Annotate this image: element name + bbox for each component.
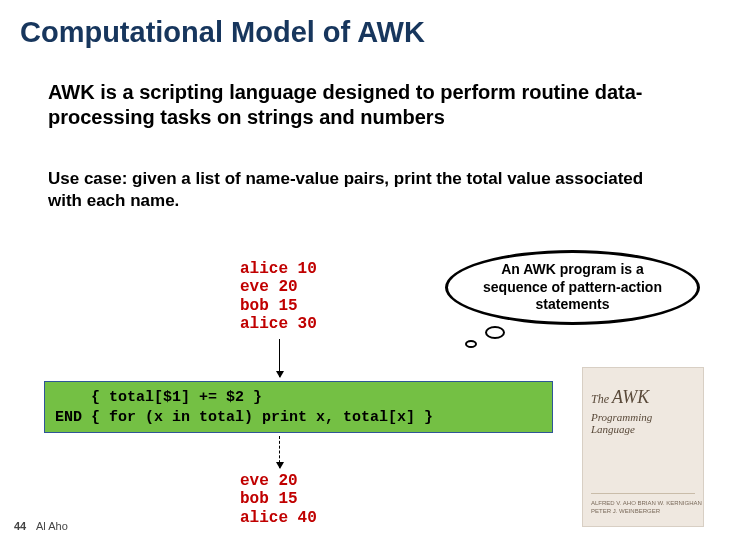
author-name: Al Aho <box>36 520 68 532</box>
slide: Computational Model of AWK AWK is a scri… <box>0 0 734 540</box>
callout-tail-icon <box>465 340 477 348</box>
arrow-down-icon <box>279 436 280 468</box>
page-number: 44 <box>14 520 26 532</box>
use-case-text: Use case: given a list of name-value pai… <box>48 168 674 212</box>
divider <box>591 493 695 494</box>
callout-tail-icon <box>485 326 505 339</box>
output-data-block: eve 20 bob 15 alice 40 <box>240 472 317 527</box>
book-authors-text: ALFRED V. AHO BRIAN W. KERNIGHAN PETER J… <box>591 500 703 516</box>
awk-code-block: { total[$1] += $2 } END { for (x in tota… <box>44 381 553 433</box>
description-text: AWK is a scripting language designed to … <box>48 80 696 130</box>
book-subtitle-text: Programming Language <box>591 411 695 435</box>
book-cover: The AWK Programming Language ALFRED V. A… <box>582 367 704 527</box>
book-title-text: The AWK <box>591 386 695 409</box>
arrow-down-icon <box>279 339 280 377</box>
callout-text: An AWK program is a sequence of pattern-… <box>468 261 677 314</box>
slide-title: Computational Model of AWK <box>20 16 425 49</box>
book-name: AWK <box>612 387 649 407</box>
input-data-block: alice 10 eve 20 bob 15 alice 30 <box>240 260 317 334</box>
callout-bubble: An AWK program is a sequence of pattern-… <box>445 250 705 350</box>
book-the: The <box>591 392 609 406</box>
